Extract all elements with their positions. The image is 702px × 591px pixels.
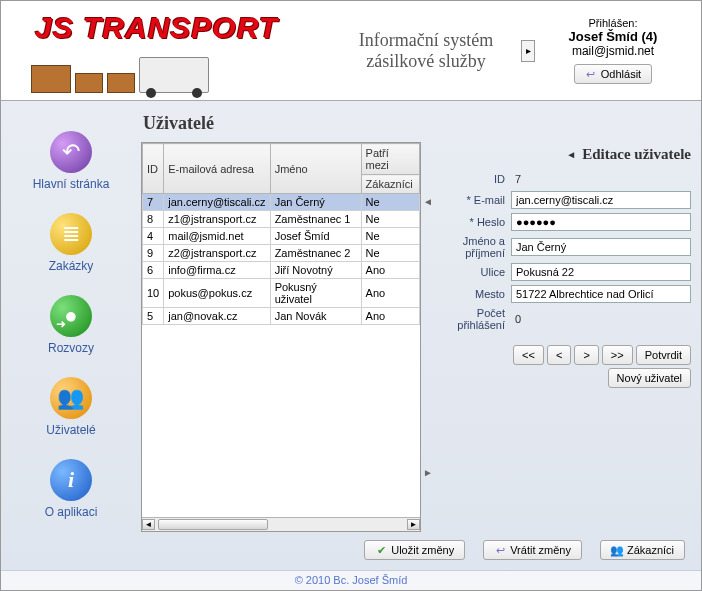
customers-button[interactable]: 👥 Zákazníci <box>600 540 685 560</box>
footer-link[interactable]: © 2010 Bc. Josef Šmíd <box>295 574 408 586</box>
label-name: Jméno a příjmení <box>439 235 511 259</box>
form-collapse-toggle[interactable]: ◄ <box>566 149 576 160</box>
label-street: Ulice <box>439 266 511 278</box>
sidebar-item-users[interactable]: 👥 Uživatelé <box>46 377 95 437</box>
label-logins: Počet přihlášení <box>439 307 511 331</box>
sidebar-item-home[interactable]: ↶ Hlavní stránka <box>33 131 110 191</box>
col-id[interactable]: ID <box>143 144 164 194</box>
routes-icon: ● <box>50 295 92 337</box>
users-icon: 👥 <box>50 377 92 419</box>
sidebar-item-label: Rozvozy <box>48 341 94 355</box>
sidebar-item-routes[interactable]: ● Rozvozy <box>48 295 94 355</box>
table-row[interactable]: 9z2@jstransport.czZaměstnanec 2Ne <box>143 245 420 262</box>
cell-email: mail@jsmid.net <box>164 228 270 245</box>
sidebar-item-orders[interactable]: ≣ Zakázky <box>49 213 94 273</box>
table-row[interactable]: 10pokus@pokus.czPokusný uživatelAno <box>143 279 420 308</box>
label-id: ID <box>439 173 511 185</box>
cell-id: 6 <box>143 262 164 279</box>
nav-next-button[interactable]: > <box>574 345 598 365</box>
cell-id: 9 <box>143 245 164 262</box>
cell-id: 8 <box>143 211 164 228</box>
cell-id: 10 <box>143 279 164 308</box>
table-row[interactable]: 4mail@jsmid.netJosef ŠmídNe <box>143 228 420 245</box>
value-id: 7 <box>511 171 691 187</box>
cell-email: info@firma.cz <box>164 262 270 279</box>
nav-first-button[interactable]: << <box>513 345 544 365</box>
cell-name: Jiří Novotný <box>270 262 361 279</box>
cell-email: z1@jstransport.cz <box>164 211 270 228</box>
cell-id: 7 <box>143 194 164 211</box>
col-group-top[interactable]: Patří mezi <box>361 144 419 175</box>
new-user-button[interactable]: Nový uživatel <box>608 368 691 388</box>
scroll-thumb[interactable] <box>158 519 268 530</box>
logged-user-name: Josef Šmíd (4) <box>543 29 683 44</box>
confirm-button[interactable]: Potvrdit <box>636 345 691 365</box>
edit-user-form: ◄ Editace uživatele ID 7 E-mail Heslo <box>435 142 697 532</box>
cell-email: jan@novak.cz <box>164 308 270 325</box>
email-field[interactable] <box>511 191 691 209</box>
sidebar-item-label: O aplikaci <box>45 505 98 519</box>
logout-button[interactable]: ↩ Odhlásit <box>574 64 652 84</box>
scroll-left-icon[interactable]: ◄ <box>142 519 155 530</box>
logo-text: JS TRANSPORT <box>35 11 278 45</box>
label-password: Heslo <box>439 216 511 228</box>
table-row[interactable]: 7jan.cerny@tiscali.czJan ČernýNe <box>143 194 420 211</box>
label-email: E-mail <box>439 194 511 206</box>
users-grid: ID E-mailová adresa Jméno Patří mezi Zák… <box>141 142 421 532</box>
cell-name: Zaměstnanec 1 <box>270 211 361 228</box>
action-bar: ✔ Uložit změny ↩ Vrátit změny 👥 Zákazníc… <box>141 532 697 564</box>
form-title: Editace uživatele <box>582 146 691 163</box>
customers-icon: 👥 <box>611 544 623 556</box>
sidebar-item-label: Zakázky <box>49 259 94 273</box>
cell-name: Jan Novák <box>270 308 361 325</box>
grid-hscrollbar[interactable]: ◄ ► <box>142 517 420 531</box>
table-row[interactable]: 6info@firma.czJiří NovotnýAno <box>143 262 420 279</box>
splitter-right-icon[interactable]: ► <box>423 467 433 478</box>
cell-cust: Ne <box>361 245 419 262</box>
sidebar: ↶ Hlavní stránka ≣ Zakázky ● Rozvozy 👥 U… <box>1 101 141 570</box>
password-field[interactable] <box>511 213 691 231</box>
name-field[interactable] <box>511 238 691 256</box>
cell-cust: Ne <box>361 211 419 228</box>
revert-icon: ↩ <box>494 544 506 556</box>
cell-id: 5 <box>143 308 164 325</box>
cell-email: z2@jstransport.cz <box>164 245 270 262</box>
col-name[interactable]: Jméno <box>270 144 361 194</box>
street-field[interactable] <box>511 263 691 281</box>
cell-email: pokus@pokus.cz <box>164 279 270 308</box>
nav-prev-button[interactable]: < <box>547 345 571 365</box>
sidebar-item-about[interactable]: i O aplikaci <box>45 459 98 519</box>
cell-name: Jan Černý <box>270 194 361 211</box>
main: ↶ Hlavní stránka ≣ Zakázky ● Rozvozy 👥 U… <box>1 101 701 570</box>
about-icon: i <box>50 459 92 501</box>
sidebar-item-label: Uživatelé <box>46 423 95 437</box>
save-button[interactable]: ✔ Uložit změny <box>364 540 465 560</box>
page-title: Uživatelé <box>143 113 697 134</box>
cell-id: 4 <box>143 228 164 245</box>
logout-icon: ↩ <box>585 68 597 80</box>
cell-name: Josef Šmíd <box>270 228 361 245</box>
splitter[interactable]: ◄ ► <box>423 142 433 532</box>
header: JS TRANSPORT Informační systém zásilkové… <box>1 1 701 101</box>
col-email[interactable]: E-mailová adresa <box>164 144 270 194</box>
footer: © 2010 Bc. Josef Šmíd <box>1 570 701 590</box>
col-group-bottom[interactable]: Zákazníci <box>361 175 419 194</box>
label-city: Mesto <box>439 288 511 300</box>
scroll-right-icon[interactable]: ► <box>407 519 420 530</box>
table-row[interactable]: 8z1@jstransport.czZaměstnanec 1Ne <box>143 211 420 228</box>
cell-cust: Ne <box>361 228 419 245</box>
cell-name: Pokusný uživatel <box>270 279 361 308</box>
login-info: Přihlášen: Josef Šmíd (4) mail@jsmid.net… <box>543 17 683 84</box>
logo-graphic <box>31 57 209 93</box>
nav-last-button[interactable]: >> <box>602 345 633 365</box>
splitter-left-icon[interactable]: ◄ <box>423 196 433 207</box>
city-field[interactable] <box>511 285 691 303</box>
cell-cust: Ne <box>361 194 419 211</box>
cell-email: jan.cerny@tiscali.cz <box>164 194 270 211</box>
cell-cust: Ano <box>361 262 419 279</box>
table-row[interactable]: 5jan@novak.czJan NovákAno <box>143 308 420 325</box>
value-logins: 0 <box>511 311 691 327</box>
sidebar-item-label: Hlavní stránka <box>33 177 110 191</box>
header-collapse-toggle[interactable]: ▸ <box>521 40 535 62</box>
revert-button[interactable]: ↩ Vrátit změny <box>483 540 582 560</box>
